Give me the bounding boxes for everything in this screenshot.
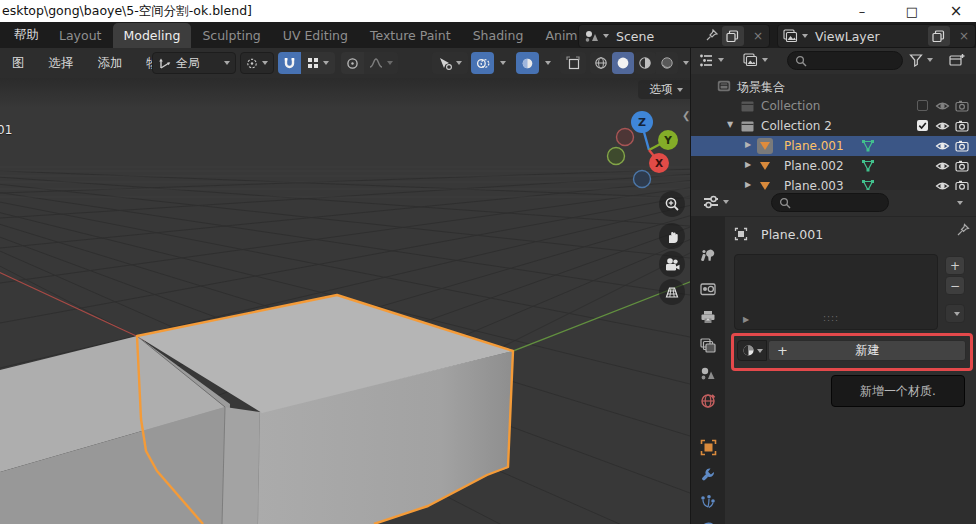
browse-material-dropdown[interactable] (737, 340, 767, 361)
properties-options-dropdown[interactable] (957, 201, 963, 205)
outliner-filter-dropdown[interactable] (909, 53, 933, 67)
menu-select[interactable]: 选择 (37, 48, 86, 78)
hide-eye-icon[interactable] (935, 120, 950, 132)
workspace-tab-modeling[interactable]: Modeling (113, 23, 192, 48)
tab-object[interactable] (699, 438, 717, 456)
material-slot-list[interactable]: ▶ :::: (734, 254, 938, 330)
viewport-header: 图 选择 添加 物体 全局 (0, 48, 690, 78)
wrench-icon (700, 467, 716, 483)
shading-dropdown[interactable] (678, 52, 690, 74)
outliner-row-collection[interactable]: Collection (691, 96, 976, 116)
hide-eye-icon[interactable] (935, 140, 950, 152)
scene-name[interactable]: Scene (609, 29, 705, 44)
slot-list-expand-icon[interactable]: ▶ (743, 315, 749, 324)
expand-triangle-icon[interactable]: ▶ (745, 160, 751, 169)
outliner-row-plane-001[interactable]: ▶ Plane.001 (691, 136, 976, 156)
show-gizmo-dropdown[interactable] (432, 52, 468, 74)
view-layer-icon[interactable] (778, 29, 808, 43)
breadcrumb-object-name[interactable]: Plane.001 (761, 227, 823, 242)
tab-world[interactable] (699, 392, 717, 410)
outliner-display-mode-dropdown[interactable] (699, 53, 724, 67)
scene-icon[interactable] (579, 29, 609, 43)
material-slot-specials-dropdown[interactable] (945, 304, 965, 323)
outliner-row-plane-002[interactable]: ▶ Plane.002 (691, 156, 976, 176)
expand-triangle-icon[interactable]: ▶ (745, 180, 751, 189)
collection-exclude-checkbox[interactable] (917, 120, 928, 131)
tab-tool[interactable] (699, 246, 717, 264)
workspace-tab-shading[interactable]: Shading (462, 23, 535, 48)
pin-icon[interactable] (956, 223, 970, 237)
perspective-toggle-button[interactable] (659, 279, 685, 305)
workspace-tab-texture-paint[interactable]: Texture Paint (359, 23, 462, 48)
outliner-search-input[interactable] (787, 51, 903, 70)
minimize-button[interactable]: – (842, 0, 882, 22)
tab-modifiers[interactable] (699, 466, 717, 484)
tab-render[interactable] (699, 280, 717, 298)
expand-triangle-icon[interactable]: ▶ (745, 140, 751, 149)
new-view-layer-button[interactable] (928, 26, 950, 46)
resize-grip-icon[interactable]: :::: (823, 313, 839, 323)
menu-help[interactable]: 帮助 (8, 22, 45, 48)
outliner-row-collection-2[interactable]: ▼ Collection 2 (691, 116, 976, 136)
pivot-point-dropdown[interactable] (240, 52, 274, 74)
view-layer-name[interactable]: ViewLayer (808, 29, 925, 44)
workspace-tab-sculpting[interactable]: Sculpting (191, 23, 271, 48)
pin-icon[interactable] (705, 28, 719, 45)
unlink-scene-icon[interactable]: × (747, 29, 769, 43)
remove-view-layer-icon[interactable]: × (953, 29, 975, 43)
collection-exclude-checkbox[interactable] (917, 100, 928, 111)
shading-rendered-button[interactable] (656, 52, 678, 74)
tab-particles[interactable] (699, 493, 717, 511)
xray-dropdown[interactable] (539, 52, 553, 74)
mesh-data-icon[interactable] (861, 159, 875, 172)
hide-eye-icon[interactable] (935, 100, 950, 112)
overlays-dropdown[interactable] (494, 52, 508, 74)
shading-material-button[interactable] (634, 52, 656, 74)
blender-window: esktop\gong\baoye\5-空间分割-ok.blend] – □ ×… (0, 0, 976, 524)
render-region-button[interactable] (560, 52, 586, 74)
tab-output[interactable] (699, 308, 717, 326)
disable-render-camera-icon[interactable] (955, 160, 969, 172)
tab-scene[interactable] (699, 364, 717, 382)
pan-button[interactable] (659, 223, 685, 249)
view-layer-selector[interactable]: ViewLayer × (777, 24, 976, 48)
disable-render-camera-icon[interactable] (955, 100, 969, 112)
menu-view[interactable]: 图 (0, 48, 37, 78)
shading-wireframe-button[interactable] (590, 52, 612, 74)
proportional-falloff-dropdown[interactable] (364, 52, 398, 74)
new-material-button[interactable]: + 新建 (768, 340, 966, 361)
zoom-button[interactable] (659, 191, 685, 217)
close-button[interactable]: × (936, 0, 976, 22)
camera-view-button[interactable] (659, 251, 685, 277)
proportional-editing-toggle[interactable] (341, 52, 364, 74)
disable-render-camera-icon[interactable] (955, 120, 969, 132)
maximize-button[interactable]: □ (892, 0, 932, 22)
workspace-tab-layout[interactable]: Layout (48, 23, 113, 48)
properties-editor-dropdown[interactable] (703, 195, 729, 209)
collapse-triangle-icon[interactable]: ▼ (727, 120, 733, 129)
new-scene-button[interactable] (722, 26, 744, 46)
disable-render-camera-icon[interactable] (955, 140, 969, 152)
navigation-gizmo[interactable]: Z Y X (598, 95, 690, 195)
transform-orientation-dropdown[interactable]: 全局 (152, 52, 236, 74)
properties-search-input[interactable] (771, 193, 889, 212)
scene-selector[interactable]: Scene × (578, 24, 770, 48)
new-collection-button[interactable] (949, 53, 965, 72)
snap-toggle[interactable] (278, 52, 301, 74)
hide-eye-icon[interactable] (935, 160, 950, 172)
shading-solid-button[interactable] (612, 52, 634, 74)
xray-toggle[interactable] (516, 52, 539, 74)
menu-add[interactable]: 添加 (86, 48, 135, 78)
add-material-slot-button[interactable]: + (945, 256, 965, 275)
mesh-data-icon[interactable] (861, 139, 875, 152)
viewport-3d[interactable]: 01 选项 ❮ Z Y X (0, 78, 690, 524)
snap-target-dropdown[interactable] (301, 52, 335, 74)
outliner-row-scene-collection[interactable]: 场景集合 (691, 76, 976, 96)
workspace-tab-uv-editing[interactable]: UV Editing (272, 23, 359, 48)
tab-view-layer[interactable] (699, 336, 717, 354)
top-menu-bar: 帮助 Layout Modeling Sculpting UV Editing … (0, 22, 976, 48)
remove-material-slot-button[interactable]: − (945, 276, 965, 295)
region-icon (566, 56, 580, 70)
show-overlays-toggle[interactable] (471, 52, 494, 74)
outliner-filter-type-dropdown[interactable] (743, 53, 768, 67)
